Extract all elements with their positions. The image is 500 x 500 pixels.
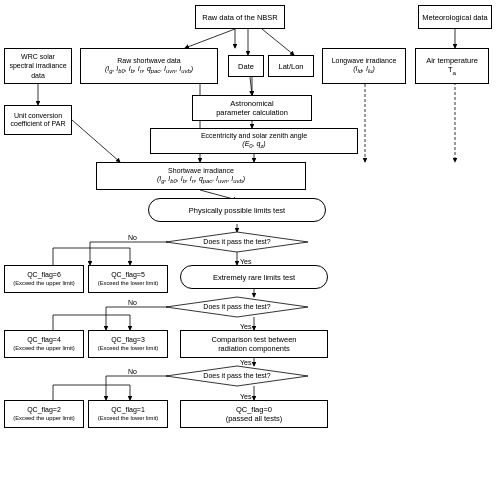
astronomical-label: Astronomicalparameter calculation [216,99,288,117]
qc-flag5-box: QC_flag=5(Exceed the lower limit) [88,265,168,293]
astronomical-box: Astronomicalparameter calculation [192,95,312,121]
unit-conv-box: Unit conversioncoefficient of PAR [4,105,72,135]
eccentricity-label: Eccentricity and solar zenith angle(E0, … [201,132,307,151]
longwave-label: Longwave irradiance(Ild, Ilu) [332,57,397,76]
meteorological-label: Meteorological data [422,13,487,22]
latlon-label: Lat/Lon [278,62,303,71]
qc-flag2-box: QC_flag=2(Exceed the upper limit) [4,400,84,428]
extremely-rare-box: Extremely rare limits test [180,265,328,289]
air-temp-box: Air temperatureTa [415,48,489,84]
longwave-box: Longwave irradiance(Ild, Ilu) [322,48,406,84]
qc-flag5-label: QC_flag=5(Exceed the lower limit) [98,271,159,288]
qc-flag1-box: QC_flag=1(Exceed the lower limit) [88,400,168,428]
qc-flag1-label: QC_flag=1(Exceed the lower limit) [98,406,159,423]
date-box: Date [228,55,264,77]
svg-line-6 [72,120,120,162]
qc-flag6-label: QC_flag=6(Exceed the upper limit) [13,271,75,288]
qc-flag6-box: QC_flag=6(Exceed the upper limit) [4,265,84,293]
raw-data-nbsr-box: Raw data of the NBSR [195,5,285,29]
qc-flag2-label: QC_flag=2(Exceed the upper limit) [13,406,75,423]
latlon-box: Lat/Lon [268,55,314,77]
svg-line-2 [262,29,294,55]
raw-shortwave-label: Raw shortwave data(Ig, Ib0, Ib, In, qpac… [105,57,193,76]
unit-conv-label: Unit conversioncoefficient of PAR [11,112,66,129]
wrc-solar-box: WRC solar spectral irradiance data [4,48,72,84]
comparison-label: Comparison test betweenradiation compone… [211,335,296,353]
qc-flag0-label: QC_flag=0(passed all tests) [226,405,283,423]
phys-possible-label: Physically possible limits test [189,206,285,215]
qc-flag3-box: QC_flag=3(Exceed the lower limit) [88,330,168,358]
wrc-solar-label: WRC solar spectral irradiance data [8,52,68,79]
qc-flag4-box: QC_flag=4(Exceed the upper limit) [4,330,84,358]
shortwave-irr-label: Shortwave irradiance(Ig, Ib0, Ib, In, qp… [157,167,245,186]
qc-flag0-box: QC_flag=0(passed all tests) [180,400,328,428]
phys-possible-box: Physically possible limits test [148,198,326,222]
eccentricity-box: Eccentricity and solar zenith angle(E0, … [150,128,358,154]
air-temp-label: Air temperatureTa [426,56,478,76]
meteorological-box: Meteorological data [418,5,492,29]
raw-shortwave-box: Raw shortwave data(Ig, Ib0, Ib, In, qpac… [80,48,218,84]
qc-flag3-label: QC_flag=3(Exceed the lower limit) [98,336,159,353]
qc-flag4-label: QC_flag=4(Exceed the upper limit) [13,336,75,353]
extremely-rare-label: Extremely rare limits test [213,273,295,282]
comparison-box: Comparison test betweenradiation compone… [180,330,328,358]
shortwave-irr-box: Shortwave irradiance(Ig, Ib0, Ib, In, qp… [96,162,306,190]
date-label: Date [238,62,254,71]
raw-data-nbsr-label: Raw data of the NBSR [202,13,277,22]
